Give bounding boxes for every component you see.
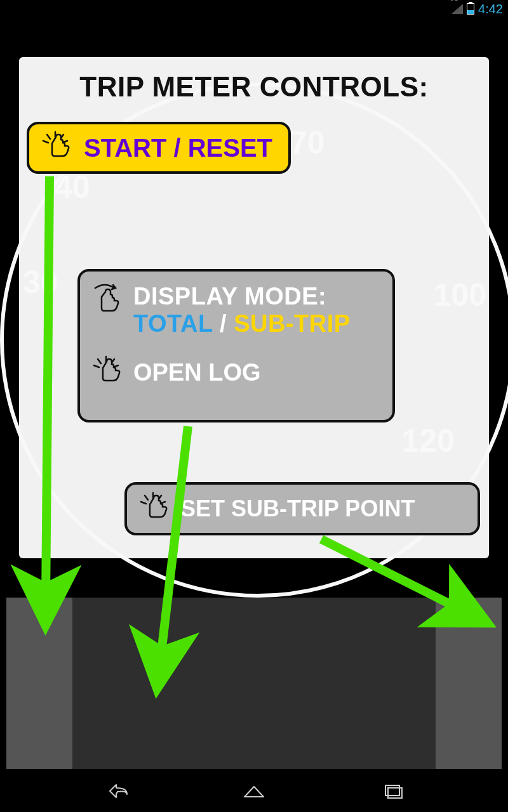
- signal-icon: 3G: [451, 4, 463, 14]
- start-reset-label: START / RESET: [84, 134, 272, 162]
- speedo-num: 100: [434, 277, 486, 313]
- battery-icon: [467, 3, 474, 15]
- speedo-num: 40: [55, 169, 90, 206]
- start-reset-button[interactable]: START / RESET: [27, 122, 291, 174]
- display-mode-total: TOTAL: [133, 310, 213, 337]
- panel-title: TRIP METER CONTROLS:: [19, 71, 489, 103]
- speedo-num: 70: [290, 124, 325, 161]
- display-mode-sub: SUB-TRIP: [234, 310, 350, 337]
- svg-line-13: [141, 502, 146, 504]
- swipe-icon: [90, 283, 122, 321]
- display-mode-box[interactable]: DISPLAY MODE: TOTAL / SUB-TRIP: [77, 269, 395, 422]
- svg-line-6: [98, 359, 101, 363]
- svg-line-3: [43, 141, 48, 143]
- back-button[interactable]: [94, 778, 138, 804]
- recent-button[interactable]: [370, 778, 415, 804]
- home-button[interactable]: [232, 778, 276, 804]
- svg-line-1: [47, 134, 50, 139]
- nav-bar: [0, 770, 508, 812]
- display-mode-heading: DISPLAY MODE:: [133, 283, 351, 310]
- bottom-zone: [6, 598, 502, 769]
- bottom-zone-right[interactable]: [436, 598, 502, 769]
- open-log-label: OPEN LOG: [133, 359, 261, 386]
- controls-panel: 40 30 70 100 120 TRIP METER CONTROLS: ST…: [19, 57, 489, 558]
- status-time: 4:42: [478, 2, 503, 16]
- speedo-num: 120: [402, 422, 455, 459]
- svg-line-8: [94, 365, 99, 367]
- tap-icon: [90, 355, 122, 390]
- svg-line-11: [145, 495, 148, 500]
- tap-icon: [137, 492, 169, 526]
- set-subtrip-box[interactable]: SET SUB-TRIP POINT: [124, 482, 480, 535]
- network-label: 3G: [450, 0, 458, 2]
- tap-icon: [39, 131, 71, 165]
- set-subtrip-label: SET SUB-TRIP POINT: [180, 495, 415, 522]
- speedo-num: 30: [23, 264, 58, 301]
- display-mode-sep: /: [213, 310, 234, 337]
- bottom-zone-left[interactable]: [6, 598, 72, 769]
- status-bar: 3G 4:42: [451, 0, 508, 18]
